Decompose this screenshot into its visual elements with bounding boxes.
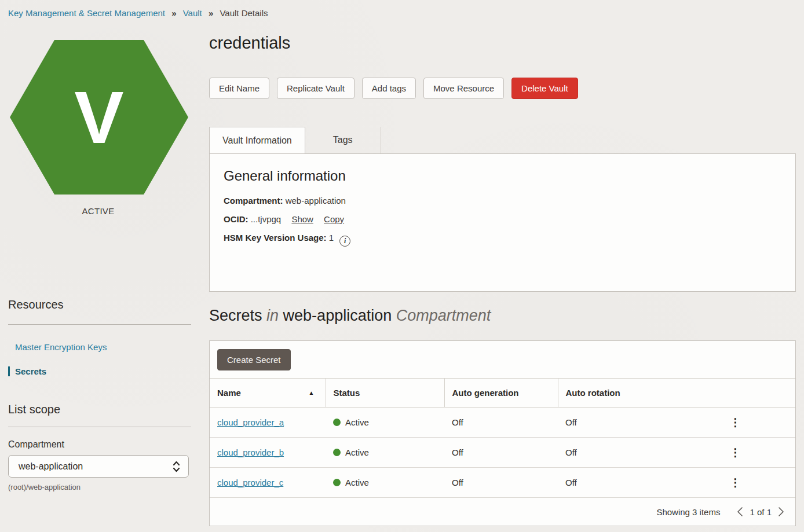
row-actions-kebab-icon[interactable]: ⋮ [730,476,741,489]
sidebar-item-master-encryption-keys[interactable]: Master Encryption Keys [8,342,209,352]
general-information-heading: General information [224,168,781,184]
breadcrumb: Key Management & Secret Management » Vau… [0,0,804,21]
auto-generation-value: Off [444,408,558,438]
column-header-actions [675,379,795,408]
table-row: cloud_provider_c Active Off Off ⋮ [210,468,795,498]
column-header-auto-rotation: Auto rotation [558,379,675,408]
list-scope-section: List scope Compartment web-application (… [8,403,209,491]
table-row: cloud_provider_b Active Off Off ⋮ [210,438,795,468]
add-tags-button[interactable]: Add tags [362,78,416,99]
tab-tags[interactable]: Tags [305,127,381,153]
secret-link-cloud-provider-c[interactable]: cloud_provider_c [217,478,283,487]
edit-name-button[interactable]: Edit Name [209,78,269,99]
table-footer: Showing 3 items 1 of 1 [210,498,795,526]
pagination: 1 of 1 [736,507,785,517]
select-chevrons-icon [173,460,180,473]
secrets-section-heading: Secrets in web-application Compartment [209,307,796,325]
hsm-usage-value: 1 [329,233,334,243]
breadcrumb-link-key-management[interactable]: Key Management & Secret Management [8,8,165,18]
left-sidebar: V ACTIVE Resources Master Encryption Key… [0,21,209,491]
hsm-usage-row: HSM Key Version Usage: 1 i [224,233,781,247]
resources-list: Master Encryption Keys Secrets [8,342,209,376]
row-actions-kebab-icon[interactable]: ⋮ [730,446,741,458]
resources-section: Resources Master Encryption Keys Secrets [8,298,209,376]
next-page-chevron-icon[interactable] [777,507,785,517]
previous-page-chevron-icon[interactable] [736,507,744,517]
status-active-dot-icon [333,449,341,456]
compartment-select-value: web-application [19,461,83,472]
vault-initial: V [74,80,123,155]
tab-vault-information[interactable]: Vault Information [209,127,305,153]
page-title: credentials [209,34,796,53]
ocid-field-label: OCID: [224,214,248,224]
status-text: Active [345,478,369,487]
table-row: cloud_provider_a Active Off Off ⋮ [210,408,795,438]
replicate-vault-button[interactable]: Replicate Vault [277,78,355,99]
compartment-row: Compartment: web-application [224,196,781,206]
compartment-field-value: web-application [286,196,346,206]
main-content: credentials Edit Name Replicate Vault Ad… [209,21,796,526]
secret-link-cloud-provider-a[interactable]: cloud_provider_a [217,417,284,427]
create-secret-button[interactable]: Create Secret [217,349,291,370]
auto-generation-value: Off [444,438,558,468]
auto-generation-value: Off [444,468,558,498]
column-header-name[interactable]: Name ▲ [210,379,326,408]
column-header-name-label: Name [217,388,241,398]
hsm-usage-label: HSM Key Version Usage: [224,233,327,243]
secrets-heading-in: in [266,307,279,324]
action-buttons: Edit Name Replicate Vault Add tags Move … [209,78,796,99]
items-count-text: Showing 3 items [656,507,720,517]
breadcrumb-link-vault[interactable]: Vault [183,8,202,18]
compartment-select[interactable]: web-application [8,455,189,478]
secrets-table: Name ▲ Status Auto generation Auto rotat… [210,378,795,498]
sort-ascending-icon: ▲ [309,390,315,396]
main-layout: V ACTIVE Resources Master Encryption Key… [0,21,804,526]
ocid-row: OCID: ...tjvpgq Show Copy [224,214,781,224]
compartment-path: (root)/web-application [8,483,209,491]
master-encryption-keys-link[interactable]: Master Encryption Keys [8,342,107,352]
page-indicator: 1 of 1 [750,507,772,517]
ocid-field-value: ...tjvpgq [251,214,282,224]
move-resource-button[interactable]: Move Resource [423,78,504,99]
compartment-label: Compartment [8,439,209,450]
vault-status-block: V ACTIVE [8,40,188,216]
tab-bar: Vault Information Tags [209,127,796,153]
row-actions-kebab-icon[interactable]: ⋮ [730,416,741,428]
column-header-status: Status [326,379,444,408]
breadcrumb-separator: » [209,8,213,18]
table-toolbar: Create Secret [210,341,795,378]
secrets-heading-prefix: Secrets [209,307,262,324]
auto-rotation-value: Off [558,468,675,498]
compartment-field-label: Compartment: [224,196,283,206]
status-text: Active [345,447,369,457]
divider [8,427,191,427]
sidebar-item-secrets[interactable]: Secrets [8,366,209,376]
status-active-dot-icon [333,479,341,486]
column-header-auto-generation: Auto generation [444,379,558,408]
auto-rotation-value: Off [558,438,675,468]
ocid-copy-link[interactable]: Copy [324,214,344,224]
secrets-link[interactable]: Secrets [10,366,46,376]
vault-information-panel: General information Compartment: web-app… [209,153,796,292]
auto-rotation-value: Off [558,408,675,438]
ocid-show-link[interactable]: Show [291,214,313,224]
divider [8,324,191,325]
status-active-dot-icon [333,419,341,426]
table-header-row: Name ▲ Status Auto generation Auto rotat… [210,379,795,408]
vault-state-label: ACTIVE [8,206,188,216]
secrets-table-panel: Create Secret Name ▲ Status Auto generat… [209,340,796,526]
delete-vault-button[interactable]: Delete Vault [511,78,578,99]
list-scope-heading: List scope [8,403,209,416]
breadcrumb-current: Vault Details [220,8,268,18]
secret-link-cloud-provider-b[interactable]: cloud_provider_b [217,447,284,457]
info-icon[interactable]: i [339,236,350,247]
breadcrumb-separator: » [171,8,176,18]
resources-heading: Resources [8,298,209,311]
secrets-heading-suffix: Compartment [396,307,491,324]
status-text: Active [345,417,369,427]
vault-hexagon-icon: V [10,40,188,195]
secrets-heading-compartment: web-application [283,307,392,324]
